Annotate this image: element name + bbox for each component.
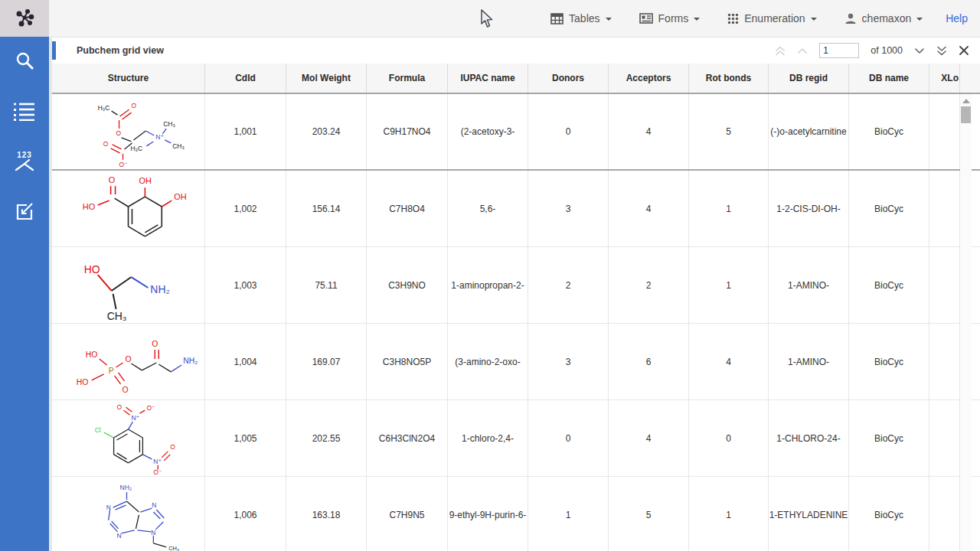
previous-page-button[interactable]: [797, 47, 808, 54]
atom-label: OH: [139, 176, 151, 185]
table-row[interactable]: HO HO O O O P NH₂ 1,004 169.07 C3H8NO5P …: [52, 324, 980, 400]
menu-enumeration-label: Enumeration: [744, 12, 805, 24]
formula-cell: C3H9NO: [367, 247, 448, 323]
table-row[interactable]: O HO OH OH 1,002 156.14 C7H8O4 5,6- 3 4 …: [52, 171, 980, 247]
column-header-cdid[interactable]: CdId: [205, 64, 286, 93]
column-header-structure[interactable]: Structure: [52, 64, 205, 93]
first-page-button[interactable]: [775, 46, 786, 56]
column-header-donors[interactable]: Donors: [528, 64, 609, 93]
menu-user-label: chemaxon: [862, 12, 912, 24]
atom-label: NH₂: [120, 484, 132, 491]
atom-label: O⁻: [153, 468, 162, 474]
sidebar-item-export[interactable]: [11, 201, 38, 223]
iupac-cell: 1-aminopropan-2-: [448, 247, 528, 323]
table-row[interactable]: Cl N⁺ O O⁻ N⁺ O O⁻ 1,005 202.55 C6H3ClN2…: [52, 400, 980, 477]
vertical-scrollbar[interactable]: [960, 94, 972, 551]
xlogp-cell: [929, 94, 960, 169]
user-icon: [844, 12, 857, 24]
dots-grid-icon: [727, 13, 739, 24]
structure-drawing: NH₂ N N N N CH₃: [52, 478, 204, 551]
xlogp-cell: [929, 400, 960, 476]
cdid-cell: 1,004: [205, 324, 286, 399]
next-page-button[interactable]: [914, 47, 925, 54]
structure-drawing: HO NH₂ CH₃: [52, 249, 204, 322]
double-chevron-up-icon: [775, 46, 786, 56]
rot-bonds-cell: 1: [689, 477, 769, 551]
menu-user[interactable]: chemaxon: [844, 12, 923, 24]
menu-tables[interactable]: Tables: [550, 12, 611, 24]
table-grid-icon: [550, 13, 564, 24]
rot-bonds-cell: 0: [689, 400, 769, 476]
atom-label: N⁺: [155, 133, 164, 141]
atom-label: O: [126, 355, 132, 364]
atom-label: CH₃: [168, 544, 179, 551]
iupac-cell: 9-ethyl-9H-purin-6-: [448, 477, 528, 551]
rot-bonds-cell: 1: [689, 171, 769, 246]
grid-list-icon: [13, 101, 36, 121]
db-name-cell: BioCyc: [849, 171, 929, 246]
column-header-formula[interactable]: Formula: [367, 64, 448, 93]
formula-cell: C9H17NO4: [367, 94, 448, 169]
db-regid-cell: 1-AMINO-: [769, 324, 849, 399]
mol-weight-cell: 202.55: [286, 400, 367, 476]
menu-enumeration[interactable]: Enumeration: [727, 12, 816, 24]
mol-weight-cell: 163.18: [286, 477, 367, 551]
cdid-cell: 1,002: [205, 171, 286, 246]
acceptors-cell: 4: [609, 171, 689, 246]
formula-cell: C6H3ClN2O4: [367, 400, 448, 476]
column-header-acceptors[interactable]: Acceptors: [609, 64, 689, 93]
column-header-iupac[interactable]: IUPAC name: [448, 64, 528, 93]
atom-label: O⁻: [119, 161, 128, 168]
structure-cell: H₃C O O N⁺ CH₃ CH₃ H₃C O O⁻: [52, 94, 205, 169]
db-name-cell: BioCyc: [849, 94, 929, 169]
structure-drawing: Cl N⁺ O O⁻ N⁺ O O⁻: [52, 402, 204, 475]
scrollbar-up-arrow-icon[interactable]: [962, 99, 970, 103]
formula-cell: C7H9N5: [367, 477, 448, 551]
help-link[interactable]: Help: [946, 12, 968, 24]
db-name-cell: BioCyc: [849, 324, 929, 399]
db-regid-cell: 1-2-CIS-DI-OH-: [769, 171, 849, 246]
donors-cell: 0: [528, 94, 609, 169]
column-header-xlogp[interactable]: XLo: [929, 64, 960, 93]
atom-label: H₃C: [98, 104, 110, 112]
scrollbar-thumb[interactable]: [961, 106, 971, 123]
app-logo[interactable]: [0, 0, 49, 37]
sidebar-item-search[interactable]: [11, 49, 38, 72]
sidebar-item-enumeration[interactable]: 123: [11, 150, 38, 173]
page-number-input[interactable]: [819, 43, 859, 58]
cdid-cell: 1,005: [205, 400, 286, 476]
column-header-db-regid[interactable]: DB regid: [769, 64, 849, 93]
atom-label: CH₃: [107, 309, 127, 321]
iupac-cell: (2-acetoxy-3-: [448, 94, 528, 169]
db-name-cell: BioCyc: [849, 477, 929, 551]
last-page-button[interactable]: [936, 46, 947, 56]
close-panel-button[interactable]: [959, 45, 969, 56]
atom-label: O: [116, 129, 122, 137]
atom-label: O: [122, 385, 129, 393]
form-icon: [639, 13, 653, 24]
table-row[interactable]: HO NH₂ CH₃ 1,003 75.11 C3H9NO 1-aminopro…: [52, 247, 980, 324]
chevron-down-icon: [694, 18, 700, 21]
export-icon: [14, 201, 35, 223]
structure-cell: Cl N⁺ O O⁻ N⁺ O O⁻: [52, 400, 205, 476]
structure-cell: HO HO O O O P NH₂: [52, 324, 205, 399]
xlogp-cell: [929, 171, 960, 246]
atom-label: HO: [84, 263, 100, 276]
atom-label: O: [109, 175, 116, 184]
grid-view-panel: Pubchem grid view of 1000: [52, 37, 980, 551]
sidebar-item-grid-views[interactable]: [11, 99, 38, 122]
panel-accent-bar: [52, 41, 56, 60]
chevron-down-icon: [914, 47, 925, 54]
column-header-mol-weight[interactable]: Mol Weight: [286, 64, 367, 93]
atom-label: N: [151, 528, 155, 536]
atom-label: O: [103, 140, 109, 148]
column-header-rot-bonds[interactable]: Rot bonds: [689, 64, 769, 93]
data-grid: Structure CdId Mol Weight Formula IUPAC …: [52, 64, 980, 551]
mol-weight-cell: 169.07: [286, 324, 367, 399]
atom-label: P: [109, 366, 114, 374]
cdid-cell: 1,006: [205, 477, 286, 551]
table-row[interactable]: H₃C O O N⁺ CH₃ CH₃ H₃C O O⁻ 1,001 203.24…: [52, 94, 980, 171]
table-row[interactable]: NH₂ N N N N CH₃ 1,006 163.18 C7H9N5 9-et…: [52, 477, 980, 551]
menu-forms[interactable]: Forms: [639, 12, 701, 24]
column-header-db-name[interactable]: DB name: [849, 64, 929, 93]
